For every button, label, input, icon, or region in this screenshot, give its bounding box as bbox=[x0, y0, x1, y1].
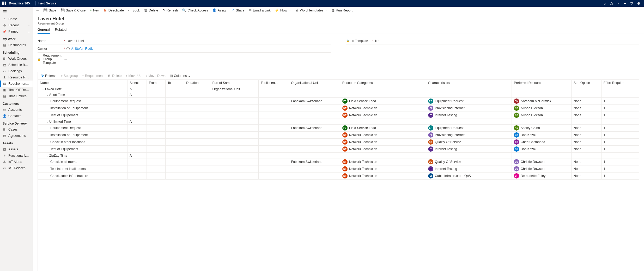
nav-cases[interactable]: 🗎Cases bbox=[0, 126, 33, 133]
cmd-email-a-link[interactable]: ✉Email a Link bbox=[247, 7, 273, 14]
tab-related[interactable]: Related bbox=[55, 28, 66, 34]
nav-iot-devices[interactable]: ▭IoT Devices bbox=[0, 165, 33, 171]
chip[interactable]: FSField Service Lead bbox=[342, 98, 376, 104]
nav-home[interactable]: ⌂Home bbox=[0, 16, 33, 22]
nav-functional-locations[interactable]: ⌖Functional Locations bbox=[0, 152, 33, 159]
table-row[interactable]: Equipement RequestFabrikam SwitzerlandFS… bbox=[38, 125, 639, 132]
tree-toggle-icon[interactable]: ⌄ bbox=[46, 94, 49, 96]
col-to[interactable]: To bbox=[165, 80, 184, 86]
nav-contacts[interactable]: 👤Contacts bbox=[0, 113, 33, 119]
table-row[interactable]: ⌄Laveo HotelAllOrganizational Unit bbox=[38, 86, 639, 92]
chip[interactable]: ITInternet Testing bbox=[428, 166, 457, 171]
chip[interactable]: CICable Infrastructure QoS bbox=[428, 173, 471, 178]
app-launcher-icon[interactable] bbox=[2, 2, 6, 5]
chip[interactable]: EREquipment Request bbox=[428, 98, 464, 104]
chip[interactable]: NTNetwork Technician bbox=[342, 173, 377, 178]
chip[interactable]: NTNetwork Technician bbox=[342, 146, 377, 152]
filter-icon[interactable]: ▽ bbox=[628, 1, 635, 5]
search-icon[interactable]: ⌕ bbox=[601, 1, 608, 5]
chip[interactable]: ADAllison Dickson bbox=[514, 113, 543, 118]
chip[interactable]: QOQuality Of Service bbox=[428, 159, 461, 164]
table-row[interactable]: Installation of EquipementNTNetwork Tech… bbox=[38, 132, 639, 139]
table-row[interactable]: ⌄ZigZag TimeAll bbox=[38, 153, 639, 158]
chip[interactable]: FSField Service Lead bbox=[342, 125, 376, 131]
cmd-save[interactable]: 💾Save bbox=[41, 7, 58, 14]
cmd-run-report[interactable]: ▦Run Report⌄ bbox=[329, 7, 359, 14]
chip[interactable]: NTNetwork Technician bbox=[342, 166, 377, 171]
gridcmd-refresh[interactable]: ↻Refresh bbox=[39, 73, 58, 78]
col-preferred-resource[interactable]: Preferred Resource bbox=[512, 80, 572, 86]
chip[interactable]: CDChristie Dawson bbox=[514, 159, 544, 164]
tree-toggle-icon[interactable]: ⌄ bbox=[46, 155, 49, 157]
nav-accounts[interactable]: ▭Accounts bbox=[0, 107, 33, 113]
chip[interactable]: EREquipment Request bbox=[428, 125, 464, 131]
col-duration[interactable]: Duration bbox=[184, 80, 210, 86]
table-row[interactable]: Test of EquipementNTNetwork TechnicianIT… bbox=[38, 112, 639, 119]
col-characteristics[interactable]: Characteristics bbox=[426, 80, 512, 86]
chip[interactable]: CCCheri Castaneda bbox=[514, 139, 545, 145]
nav-schedule-board[interactable]: ▤Schedule Board bbox=[0, 62, 33, 68]
lightbulb-icon[interactable]: ♀ bbox=[615, 1, 622, 5]
nav-bookings[interactable]: ▭Bookings bbox=[0, 68, 33, 74]
col-fulfillmen-[interactable]: Fulfillmen... bbox=[259, 80, 289, 86]
col-resource-categories[interactable]: Resource Categories bbox=[340, 80, 426, 86]
col-part-of-same[interactable]: Part of Same bbox=[210, 80, 259, 86]
back-button[interactable]: ← bbox=[34, 8, 41, 13]
table-row[interactable]: Test internet in all roomsNTNetwork Tech… bbox=[38, 165, 639, 173]
nav-pinned[interactable]: 📌Pinned⌄ bbox=[0, 28, 33, 35]
chip[interactable]: CDChristie Dawson bbox=[514, 166, 544, 171]
nav-resource-requireme-[interactable]: ♟Resource Requireme... bbox=[0, 74, 33, 81]
chip[interactable]: NTNetwork Technician bbox=[342, 132, 377, 138]
table-row[interactable]: Installation of EquipementNTNetwork Tech… bbox=[38, 105, 639, 112]
nav-iot-alerts[interactable]: ⚠IoT Alerts bbox=[0, 159, 33, 165]
chip[interactable]: ITInternet Testing bbox=[428, 146, 457, 152]
cmd-deactivate[interactable]: 🗎Deactivate bbox=[102, 7, 126, 14]
chip[interactable]: QOQuality Of Service bbox=[428, 139, 461, 145]
table-row[interactable]: Check cable infrastructureNTNetwork Tech… bbox=[38, 173, 639, 180]
cmd-check-access[interactable]: 🔍Check Access bbox=[180, 7, 210, 14]
cmd-word-templates[interactable]: 🗎Word Templates⌄ bbox=[293, 7, 329, 14]
col-effort-required[interactable]: Effort Required bbox=[601, 80, 639, 86]
col-name[interactable]: Name bbox=[38, 80, 127, 86]
sidebar-toggle[interactable] bbox=[0, 8, 33, 16]
chip[interactable]: ITInternet Testing bbox=[428, 113, 457, 118]
chip[interactable]: AMAbraham McCormick bbox=[514, 98, 551, 104]
col-organizational-unit[interactable]: Organizational Unit bbox=[289, 80, 340, 86]
table-row[interactable]: Check in other locationsNTNetwork Techni… bbox=[38, 139, 639, 146]
nav-dashboards[interactable]: ▦Dashboards bbox=[0, 42, 33, 48]
table-row[interactable]: Equipement RequestFabrikam SwitzerlandFS… bbox=[38, 98, 639, 105]
col-from[interactable]: From bbox=[147, 80, 166, 86]
chip[interactable]: PIProvisioning Internet bbox=[428, 106, 465, 111]
gridcmd-columns[interactable]: ▥Columns⌄ bbox=[168, 73, 192, 78]
cmd-save-close[interactable]: 💾Save & Close bbox=[58, 7, 88, 14]
col-select[interactable]: Select bbox=[127, 80, 147, 86]
tree-toggle-icon[interactable]: ⌄ bbox=[46, 121, 49, 123]
col-sort-option[interactable]: Sort Option bbox=[571, 80, 601, 86]
nav-assets[interactable]: ▧Assets bbox=[0, 146, 33, 152]
chip[interactable]: PIProvisioning Internet bbox=[428, 132, 465, 138]
table-row[interactable]: ⌄Unlimited TimeAll bbox=[38, 119, 639, 125]
nav-time-entries[interactable]: ▦Time Entries bbox=[0, 93, 33, 99]
nav-requirement-groups[interactable]: ▤Requirement Groups bbox=[0, 81, 33, 87]
name-value[interactable]: Laveo Hotel bbox=[66, 39, 331, 43]
chip[interactable]: ACAshley Chinn bbox=[514, 125, 540, 131]
tree-toggle-icon[interactable]: ⌄ bbox=[42, 88, 45, 91]
nav-recent[interactable]: ◷Recent⌄ bbox=[0, 22, 33, 28]
nav-agreements[interactable]: ▤Agreements bbox=[0, 133, 33, 139]
field-name[interactable]: Name * Laveo Hotel bbox=[38, 37, 331, 45]
table-row[interactable]: Test of EquipementNTNetwork TechnicianIT… bbox=[38, 146, 639, 153]
chip[interactable]: BFBernadette Foley bbox=[514, 173, 545, 178]
chip[interactable]: NTNetwork Technician bbox=[342, 159, 377, 164]
chip[interactable]: NTNetwork Technician bbox=[342, 139, 377, 145]
field-template[interactable]: 🔒Requirement Group Template --- bbox=[38, 53, 331, 66]
owner-link[interactable]: Stefan Rodic bbox=[66, 47, 331, 51]
cmd-book[interactable]: ▭Book bbox=[126, 7, 142, 14]
cmd-refresh[interactable]: ↻Refresh bbox=[160, 7, 180, 14]
nav-time-off-requests[interactable]: ▣Time Off Requests bbox=[0, 87, 33, 93]
settings-icon[interactable]: ⚙ bbox=[635, 1, 642, 5]
chip[interactable]: ADAllison Dickson bbox=[514, 106, 543, 111]
add-icon[interactable]: + bbox=[622, 1, 628, 5]
cmd-new[interactable]: +New bbox=[88, 7, 102, 14]
tab-general[interactable]: General bbox=[38, 28, 50, 34]
assistant-icon[interactable]: ◎ bbox=[608, 1, 615, 5]
